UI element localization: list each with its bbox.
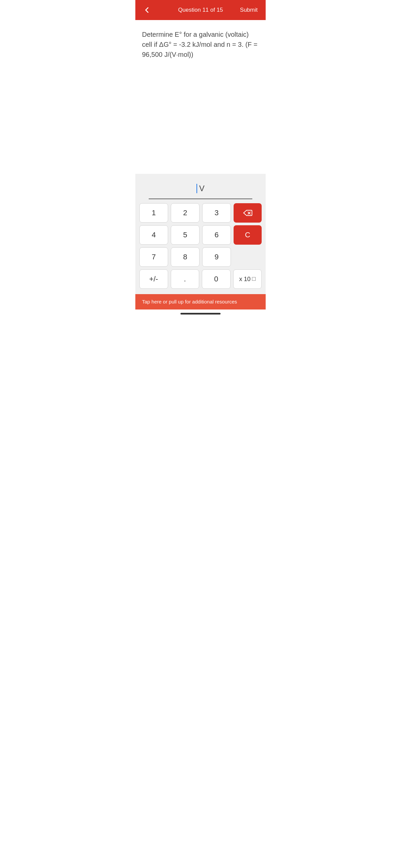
resources-bar[interactable]: Tap here or pull up for additional resou… bbox=[135, 294, 266, 310]
key-3[interactable]: 3 bbox=[202, 203, 231, 223]
key-6[interactable]: 6 bbox=[202, 225, 231, 245]
keypad-row-3: 7 8 9 bbox=[140, 247, 261, 267]
question-progress: Question 11 of 15 bbox=[178, 7, 223, 13]
backspace-button[interactable] bbox=[234, 203, 261, 223]
empty-spacer bbox=[234, 247, 261, 267]
key-9[interactable]: 9 bbox=[202, 247, 231, 267]
answer-display[interactable]: V bbox=[149, 179, 252, 199]
question-text: Determine E° for a galvanic (voltaic) ce… bbox=[142, 29, 259, 60]
key-x10[interactable]: x 10 bbox=[233, 269, 262, 289]
keypad-row-1: 1 2 3 bbox=[140, 203, 261, 223]
key-2[interactable]: 2 bbox=[171, 203, 199, 223]
key-1[interactable]: 1 bbox=[140, 203, 168, 223]
key-0[interactable]: 0 bbox=[202, 269, 230, 289]
key-decimal[interactable]: . bbox=[171, 269, 199, 289]
keypad-row-2: 4 5 6 C bbox=[140, 225, 261, 245]
resources-text: Tap here or pull up for additional resou… bbox=[142, 299, 237, 305]
key-5[interactable]: 5 bbox=[171, 225, 199, 245]
x10-label: x 10 bbox=[239, 276, 251, 283]
answer-value: V bbox=[199, 184, 205, 193]
submit-button[interactable]: Submit bbox=[237, 4, 260, 16]
keyboard-container: V 1 2 3 4 5 6 C 7 8 bbox=[135, 174, 266, 316]
keypad-row-4: +/- . 0 x 10 bbox=[140, 269, 261, 289]
home-indicator bbox=[135, 310, 266, 316]
home-bar bbox=[181, 313, 220, 314]
x10-superscript-box bbox=[252, 277, 256, 281]
header: Question 11 of 15 Submit bbox=[135, 0, 266, 20]
key-8[interactable]: 8 bbox=[171, 247, 199, 267]
question-area: Determine E° for a galvanic (voltaic) ce… bbox=[135, 20, 266, 174]
key-plusminus[interactable]: +/- bbox=[140, 269, 168, 289]
key-7[interactable]: 7 bbox=[140, 247, 168, 267]
back-button[interactable] bbox=[141, 4, 153, 16]
key-4[interactable]: 4 bbox=[140, 225, 168, 245]
text-cursor bbox=[196, 184, 197, 193]
clear-button[interactable]: C bbox=[234, 225, 261, 245]
keypad: 1 2 3 4 5 6 C 7 8 9 bbox=[135, 199, 266, 294]
